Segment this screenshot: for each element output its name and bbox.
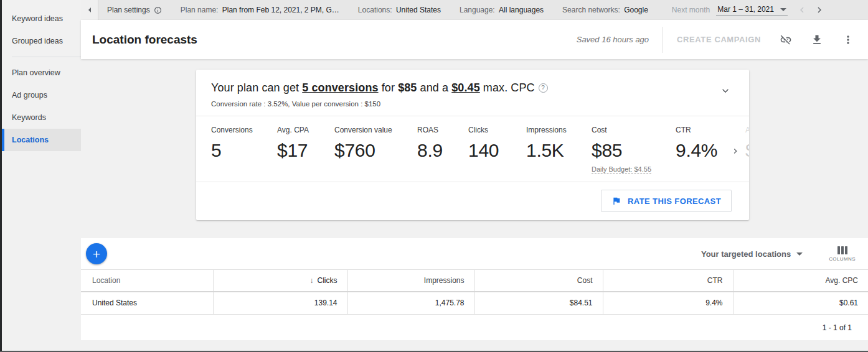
metric-value: $17 xyxy=(277,140,334,161)
sidebar-item-keywords[interactable]: Keywords xyxy=(2,106,81,129)
create-campaign-button[interactable]: CREATE CAMPAIGN xyxy=(677,35,761,44)
sidebar-item-plan-overview[interactable]: Plan overview xyxy=(2,62,81,84)
info-icon[interactable] xyxy=(154,6,162,14)
forecast-headline: Your plan can get 5 conversions for $85 … xyxy=(211,81,734,95)
cell-location: United States xyxy=(81,292,213,315)
main-area: Plan settings Plan name: Plan from Feb 1… xyxy=(81,0,868,352)
collapse-chevron-icon[interactable] xyxy=(719,85,732,97)
max-cpc-link[interactable]: $0.45 xyxy=(451,81,480,94)
rate-forecast-button[interactable]: RATE THIS FORECAST xyxy=(601,190,732,212)
header-location[interactable]: Location xyxy=(81,270,213,292)
cell-avg-cpc: $0.61 xyxy=(733,292,868,315)
headline-suffix: max. CPC xyxy=(480,81,535,94)
plan-settings-bar: Plan settings Plan name: Plan from Feb 1… xyxy=(81,0,868,20)
back-button[interactable] xyxy=(81,0,98,20)
sidebar-divider xyxy=(12,57,81,57)
header-actions: Saved 16 hours ago CREATE CAMPAIGN xyxy=(577,27,868,53)
search-networks-label: Search networks: xyxy=(562,6,620,14)
metric-cost: Cost $85 Daily Budget: $4.55 xyxy=(592,126,676,173)
metric-value: $85 xyxy=(592,140,676,161)
add-location-button[interactable]: + xyxy=(86,243,107,264)
pagination: 1 - 1 of 1 xyxy=(81,315,868,340)
chevron-left-icon[interactable] xyxy=(796,4,808,16)
table-header-row: Location ↓Clicks Impressions Cost CTR Av… xyxy=(81,270,868,292)
header-ctr[interactable]: CTR xyxy=(603,270,733,292)
forecast-card-head: Your plan can get 5 conversions for $85 … xyxy=(196,70,749,116)
targeted-locations-label: Your targeted locations xyxy=(701,249,791,259)
sidebar-item-grouped-ideas[interactable]: Grouped ideas xyxy=(2,30,81,52)
header-cost[interactable]: Cost xyxy=(474,270,603,292)
metric-value: $ xyxy=(745,140,749,161)
plan-settings-title[interactable]: Plan settings xyxy=(107,6,162,14)
metric-value: 8.9 xyxy=(417,140,468,161)
plan-name-field[interactable]: Plan name: Plan from Feb 12, 2021, 2 PM,… xyxy=(181,6,339,14)
period-label: Next month xyxy=(672,6,710,14)
metric-label: CTR xyxy=(676,126,730,134)
metric-label: Clicks xyxy=(468,126,526,134)
daily-budget: Daily Budget: $4.55 xyxy=(592,165,676,173)
metric-avg-cpa: Avg. CPA $17 xyxy=(277,126,334,173)
metric-value: 5 xyxy=(211,140,277,161)
targeted-locations-dropdown[interactable]: Your targeted locations xyxy=(701,249,803,259)
sidebar-item-ad-groups[interactable]: Ad groups xyxy=(2,84,81,106)
download-icon[interactable] xyxy=(811,34,823,46)
sidebar-item-keyword-ideas[interactable]: Keyword ideas xyxy=(2,7,81,30)
metric-label: Impressions xyxy=(526,126,592,134)
header-avg-cpc[interactable]: Avg. CPC xyxy=(733,270,868,292)
columns-icon xyxy=(837,246,847,254)
metric-value: 140 xyxy=(468,140,526,161)
headline-cost: $85 xyxy=(398,81,417,94)
headline-mid2: and a xyxy=(417,81,451,94)
headline-prefix: Your plan can get xyxy=(211,81,302,94)
metric-avg-cpc-clipped: Avg $ xyxy=(745,126,749,173)
search-networks-field[interactable]: Search networks: Google xyxy=(562,6,648,14)
forecast-card: Your plan can get 5 conversions for $85 … xyxy=(196,70,749,220)
metric-label: Conversion value xyxy=(334,126,417,134)
cell-cost: $84.51 xyxy=(474,292,603,315)
more-vert-icon[interactable] xyxy=(842,34,854,46)
header-clicks-label: Clicks xyxy=(318,276,337,285)
metric-label: ROAS xyxy=(417,126,468,134)
metric-label: Avg. CPA xyxy=(277,126,334,134)
locations-label: Locations: xyxy=(358,6,392,14)
metric-value: 1.5K xyxy=(526,140,592,161)
metric-value: $760 xyxy=(334,140,417,161)
forecast-card-footer: RATE THIS FORECAST xyxy=(196,182,749,220)
caret-down-icon xyxy=(796,252,803,256)
language-value: All languages xyxy=(499,6,544,14)
page-header: Location forecasts Saved 16 hours ago CR… xyxy=(81,20,868,59)
header-clicks[interactable]: ↓Clicks xyxy=(213,270,347,292)
daily-budget-link[interactable]: Daily Budget: $4.55 xyxy=(592,165,651,174)
metrics-scroll-right-icon[interactable] xyxy=(730,146,740,156)
cell-ctr: 9.4% xyxy=(603,292,733,315)
locations-value: United States xyxy=(396,6,441,14)
link-off-icon[interactable] xyxy=(780,34,792,46)
conversions-link[interactable]: 5 conversions xyxy=(302,81,378,94)
forecast-subtext: Conversion rate : 3.52%, Value per conve… xyxy=(211,100,734,108)
metrics-row: Conversions 5 Avg. CPA $17 Conversion va… xyxy=(196,116,749,182)
back-icon xyxy=(85,5,95,15)
headline-mid1: for xyxy=(379,81,399,94)
metric-label: Conversions xyxy=(211,126,277,134)
table-row: United States 139.14 1,475.78 $84.51 9.4… xyxy=(81,292,868,315)
header-impressions[interactable]: Impressions xyxy=(347,270,474,292)
metric-roas: ROAS 8.9 xyxy=(417,126,468,173)
date-range-select[interactable]: Mar 1 – 31, 2021 xyxy=(716,4,788,16)
metric-impressions: Impressions 1.5K xyxy=(526,126,592,173)
metric-ctr: CTR 9.4% xyxy=(676,126,730,173)
period-pager xyxy=(796,4,825,16)
help-icon[interactable]: ? xyxy=(539,83,548,93)
language-field[interactable]: Language: All languages xyxy=(460,6,544,14)
flag-icon xyxy=(611,196,621,206)
page-title: Location forecasts xyxy=(92,33,197,47)
chevron-right-icon[interactable] xyxy=(814,4,825,16)
metric-conversion-value: Conversion value $760 xyxy=(334,126,417,173)
window-left-edge xyxy=(0,0,2,352)
locations-field[interactable]: Locations: United States xyxy=(358,6,441,14)
plan-name-value: Plan from Feb 12, 2021, 2 PM, G… xyxy=(222,6,339,14)
columns-button-label: COLUMNS xyxy=(829,256,856,262)
caret-down-icon xyxy=(780,8,786,11)
columns-button[interactable]: COLUMNS xyxy=(829,246,856,262)
sidebar-item-locations[interactable]: Locations xyxy=(2,129,81,151)
locations-table-section: + Your targeted locations COLUMNS Locati… xyxy=(81,238,868,340)
